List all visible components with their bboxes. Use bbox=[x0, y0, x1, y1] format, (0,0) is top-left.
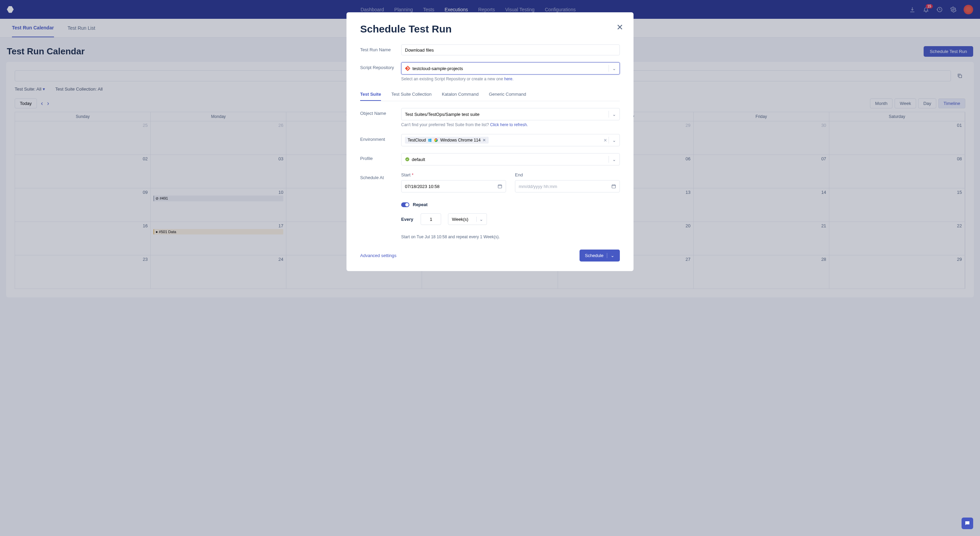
chat-float-button[interactable] bbox=[961, 518, 973, 529]
advanced-settings-link[interactable]: Advanced settings bbox=[360, 253, 396, 258]
chevron-down-icon: ⌄ bbox=[609, 137, 616, 144]
object-name-select[interactable]: Test Suites/TestOps/Sample test suite ⌄ bbox=[401, 108, 620, 120]
calendar-icon bbox=[611, 184, 616, 189]
svg-rect-6 bbox=[612, 185, 616, 188]
script-repo-value: testcloud-sample-projects bbox=[412, 66, 463, 71]
profile-value: default bbox=[412, 157, 425, 162]
label-every: Every bbox=[401, 217, 413, 222]
repo-helper: Select an existing Script Repository or … bbox=[401, 77, 620, 81]
label-repeat: Repeat bbox=[413, 202, 428, 207]
every-unit-select[interactable]: Week(s) ⌄ bbox=[448, 213, 487, 225]
start-date-value: 07/18/2023 10:58 bbox=[405, 184, 439, 189]
object-name-value: Test Suites/TestOps/Sample test suite bbox=[405, 112, 479, 117]
start-date-input[interactable]: 07/18/2023 10:58 bbox=[401, 180, 506, 193]
repeat-toggle[interactable] bbox=[401, 203, 409, 207]
chevron-down-icon: ⌄ bbox=[609, 65, 616, 72]
label-schedule-at: Schedule At bbox=[360, 172, 401, 180]
tab-katalon-command[interactable]: Katalon Command bbox=[442, 88, 479, 101]
clear-env-icon[interactable]: ✕ bbox=[603, 138, 607, 143]
profile-select[interactable]: default ⌄ bbox=[401, 153, 620, 166]
chevron-down-icon: ⌄ bbox=[476, 217, 483, 222]
test-run-name-input[interactable] bbox=[401, 45, 620, 55]
remove-chip-icon[interactable]: ✕ bbox=[482, 138, 486, 142]
calendar-icon bbox=[498, 184, 502, 189]
label-end: End bbox=[515, 172, 620, 177]
label-script-repo: Script Repository bbox=[360, 62, 401, 70]
label-profile: Profile bbox=[360, 153, 401, 161]
chevron-down-icon: ⌄ bbox=[607, 253, 614, 258]
tab-test-suite-collection[interactable]: Test Suite Collection bbox=[391, 88, 431, 101]
svg-point-4 bbox=[405, 157, 409, 161]
schedule-modal: Schedule Test Run ✕ Test Run Name Script… bbox=[347, 12, 633, 271]
label-object-name: Object Name bbox=[360, 108, 401, 116]
tab-test-suite[interactable]: Test Suite bbox=[360, 88, 381, 101]
close-icon[interactable]: ✕ bbox=[616, 22, 623, 32]
chevron-down-icon: ⌄ bbox=[609, 156, 616, 163]
schedule-button[interactable]: Schedule ⌄ bbox=[579, 250, 620, 262]
repeat-summary: Start on Tue Jul 18 10:58 and repeat eve… bbox=[401, 234, 620, 239]
chevron-down-icon: ⌄ bbox=[609, 111, 616, 118]
repo-here-link[interactable]: here bbox=[504, 77, 512, 81]
every-unit-value: Week(s) bbox=[452, 217, 468, 222]
windows-icon bbox=[428, 138, 432, 142]
git-icon bbox=[405, 65, 410, 71]
environment-chip: TestCloud Windows Chrome 114 ✕ bbox=[405, 137, 488, 144]
label-start: Start * bbox=[401, 172, 506, 177]
tab-generic-command[interactable]: Generic Command bbox=[489, 88, 526, 101]
modal-overlay: Schedule Test Run ✕ Test Run Name Script… bbox=[0, 0, 980, 536]
chrome-icon bbox=[434, 138, 438, 142]
label-environment: Environment bbox=[360, 134, 401, 142]
svg-rect-5 bbox=[498, 185, 502, 188]
end-date-input[interactable]: mm/dd/yyyy hh:mm bbox=[515, 180, 620, 193]
environment-select[interactable]: TestCloud Windows Chrome 114 ✕ ✕ ⌄ bbox=[401, 134, 620, 146]
end-date-placeholder: mm/dd/yyyy hh:mm bbox=[519, 184, 557, 189]
modal-tabs: Test Suite Test Suite Collection Katalon… bbox=[360, 88, 620, 101]
label-test-run-name: Test Run Name bbox=[360, 45, 401, 52]
refresh-link[interactable]: Click here to refresh. bbox=[490, 122, 528, 127]
object-helper: Can't find your preferred Test Suite fro… bbox=[401, 122, 620, 127]
every-number-input[interactable] bbox=[421, 213, 441, 225]
modal-title: Schedule Test Run bbox=[360, 23, 620, 35]
profile-icon bbox=[405, 157, 410, 162]
script-repo-select[interactable]: testcloud-sample-projects ⌄ bbox=[401, 62, 620, 75]
